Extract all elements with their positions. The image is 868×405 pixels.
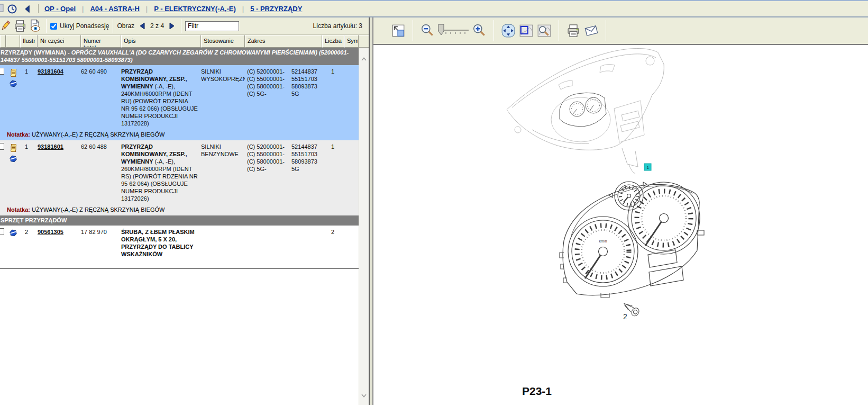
- callout-marker-1[interactable]: 1: [644, 164, 651, 170]
- document-icon[interactable]: [9, 143, 17, 154]
- email-icon[interactable]: [582, 22, 600, 40]
- description: PRZYRZĄD KOMBINOWANY, ZESP., WYMIENNY (-…: [121, 143, 201, 202]
- catalog-number: 17 82 970: [81, 228, 121, 265]
- range-line: (C) 55000001-55151703: [245, 150, 322, 158]
- row-select-checkbox[interactable]: [0, 68, 4, 75]
- part-number-link[interactable]: 90561305: [38, 229, 63, 235]
- range-line: (C) 58000001-58093873: [245, 83, 322, 90]
- table-row[interactable]: 1 93181601 62 60 488 PRZYRZĄD KOMBINOWAN…: [0, 140, 359, 206]
- print-preview-button[interactable]: [28, 19, 42, 33]
- range-line: (C) 55000001-55151703: [245, 75, 322, 83]
- description: ŚRUBA, Z ŁBEM PŁASKIM OKRĄGŁYM, 5 X 20, …: [121, 228, 201, 265]
- vertical-scrollbar[interactable]: [359, 48, 369, 405]
- zoom-out-button[interactable]: [418, 22, 436, 40]
- col-header-liczba[interactable]: Liczba: [322, 35, 344, 48]
- col-header-ilustr[interactable]: Ilustr: [20, 35, 38, 48]
- col-header-sym[interactable]: Sym: [344, 35, 359, 48]
- range-line: (C) 5G-5G: [245, 165, 322, 173]
- col-header-numer[interactable]: Numerkatal.: [81, 35, 121, 48]
- scroll-down-icon[interactable]: [361, 390, 367, 400]
- usage: SILNIKI WYSOKOPRĘŻNE: [201, 68, 245, 127]
- image-position: 2 z 4: [150, 22, 164, 30]
- part-number-link[interactable]: 93181604: [38, 68, 63, 75]
- separator: [38, 4, 39, 13]
- callout-label-2: 2: [623, 312, 627, 321]
- hide-session-checkbox[interactable]: [50, 23, 57, 30]
- parts-table: RZYRZĄDY (WYMIANA) - OPRÓCZ VAUXHALL'A (…: [0, 48, 369, 405]
- parts-toolbar: Ukryj Ponadsesję Obraz 2 z 4 Liczba arty…: [0, 17, 369, 35]
- history-clock-icon[interactable]: [6, 3, 19, 15]
- range-line: (C) 58000001-58093873: [245, 158, 322, 165]
- col-header-part[interactable]: Nr części: [38, 35, 81, 48]
- image-nav-label: Obraz: [117, 22, 134, 30]
- instrument-cluster-drawing: km/h: [560, 182, 704, 298]
- col-header-icons[interactable]: [6, 35, 20, 48]
- range: (C) 52000001-52144837 (C) 55000001-55151…: [245, 143, 322, 202]
- hide-session-label: Ukryj Ponadsesję: [60, 22, 109, 30]
- panel-divider[interactable]: [369, 17, 373, 405]
- scroll-up-icon[interactable]: [361, 53, 367, 63]
- next-image-button[interactable]: [168, 20, 176, 32]
- previous-image-button[interactable]: [138, 20, 147, 32]
- description: PRZYRZĄD KOMBINOWANY, ZESP., WYMIENNY (-…: [121, 68, 201, 127]
- catalog-number: 62 60 490: [81, 68, 121, 127]
- row-select-checkbox[interactable]: [0, 143, 4, 150]
- figure-code: P23-1: [522, 385, 552, 397]
- breadcrumb: OP - Opel | A04 - ASTRA-H | P - ELEKTRYC…: [42, 5, 304, 13]
- usage: SILNIKI BENZYNOWE: [201, 143, 245, 202]
- tag-icon[interactable]: [9, 229, 17, 239]
- back-button[interactable]: [21, 3, 33, 15]
- svg-text:km/h: km/h: [599, 239, 607, 243]
- document-icon[interactable]: [9, 68, 17, 78]
- breadcrumb-link-group[interactable]: P - ELEKTRYCZNY(-A,-E): [154, 5, 236, 13]
- illustration-panel: 1 km/h: [373, 17, 868, 405]
- fit-to-window-icon[interactable]: [389, 22, 407, 40]
- illustration-canvas[interactable]: 1 km/h: [373, 45, 868, 405]
- row-note: Notatka: UŻYWANY(-A,-E) Z RĘCZNĄ SKRZYNI…: [0, 206, 359, 215]
- illustration-ref: 1: [20, 68, 38, 127]
- table-row[interactable]: 2 90561305 17 82 970 ŚRUBA, Z ŁBEM PŁASK…: [0, 226, 359, 269]
- zoom-slider[interactable]: [436, 22, 470, 40]
- col-header-opis[interactable]: Opis: [121, 35, 201, 48]
- filter-input[interactable]: [185, 21, 239, 31]
- zoom-in-button[interactable]: [470, 22, 488, 40]
- breadcrumb-bar: OP - Opel | A04 - ASTRA-H | P - ELEKTRYC…: [0, 0, 868, 17]
- catalog-number: 62 60 488: [81, 143, 121, 202]
- range-line: (C) 52000001-52144837: [245, 68, 322, 75]
- range-line: (C) 5G-5G: [245, 90, 322, 97]
- col-header-checkbox[interactable]: [0, 35, 6, 48]
- edit-icon[interactable]: [0, 19, 13, 33]
- parts-list-panel: Ukryj Ponadsesję Obraz 2 z 4 Liczba arty…: [0, 17, 369, 405]
- window-edge-icon: [0, 3, 5, 15]
- table-header: Ilustr Nr części Numerkatal. Opis Stosow…: [0, 35, 369, 48]
- col-header-stosowanie[interactable]: Stosowanie: [201, 35, 245, 48]
- breadcrumb-link-make[interactable]: OP - Opel: [44, 5, 76, 13]
- col-header-zakres[interactable]: Zakres: [245, 35, 322, 48]
- quantity: 1: [322, 68, 344, 127]
- illustration-toolbar: [373, 17, 868, 45]
- group-header-instruments: RZYRZĄDY (WYMIANA) - OPRÓCZ VAUXHALL'A (…: [0, 48, 359, 65]
- print-button[interactable]: [13, 19, 28, 33]
- part-number-link[interactable]: 93181601: [38, 143, 63, 150]
- range-line: (C) 52000001-52144837: [245, 143, 322, 150]
- breadcrumb-link-model[interactable]: A04 - ASTRA-H: [90, 5, 139, 13]
- range: (C) 52000001-52144837 (C) 55000001-55151…: [245, 68, 322, 127]
- tag-icon[interactable]: [9, 79, 17, 89]
- group-header-equipment: SPRZĘT PRZYRZĄDÓW: [0, 215, 359, 226]
- pan-tool-icon[interactable]: [499, 22, 517, 40]
- breadcrumb-link-subgroup[interactable]: 5 - PRZYRZĄDY: [250, 5, 302, 13]
- row-select-checkbox[interactable]: [0, 228, 4, 235]
- tag-icon[interactable]: [9, 155, 17, 165]
- illustration-ref: 2: [20, 228, 38, 265]
- row-note: Notatka: UŻYWANY(-A,-E) Z RĘCZNĄ SKRZYNI…: [0, 131, 359, 140]
- print-image-button[interactable]: [564, 22, 582, 40]
- select-region-icon[interactable]: [517, 22, 535, 40]
- table-row[interactable]: 1 93181604 62 60 490 PRZYRZĄD KOMBINOWAN…: [0, 65, 359, 131]
- svg-text:1: 1: [647, 165, 650, 170]
- dashboard-sketch: [507, 48, 664, 174]
- article-count: Liczba artykułu: 3: [313, 22, 369, 30]
- illustration-ref: 1: [20, 143, 38, 202]
- quantity: 1: [322, 143, 344, 202]
- quantity: 2: [322, 228, 344, 265]
- zoom-region-icon[interactable]: [535, 22, 553, 40]
